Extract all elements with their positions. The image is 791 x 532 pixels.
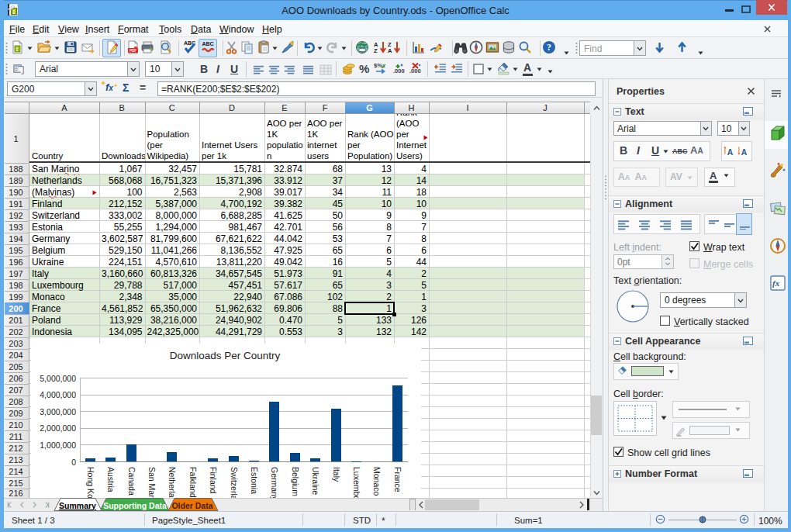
svg-text:?: ? <box>547 42 551 53</box>
svg-text:fx: fx <box>772 278 780 288</box>
svg-text:Z: Z <box>374 47 378 54</box>
svg-text:A: A <box>741 148 748 157</box>
svg-text:✗: ✗ <box>382 64 386 69</box>
svg-text:.000: .000 <box>409 67 421 74</box>
svg-text:A: A <box>388 47 392 54</box>
svg-text:ABC: ABC <box>202 41 214 47</box>
svg-text:.000: .000 <box>393 67 405 74</box>
svg-text:PDF: PDF <box>130 49 136 53</box>
svg-text:A: A <box>727 148 734 157</box>
